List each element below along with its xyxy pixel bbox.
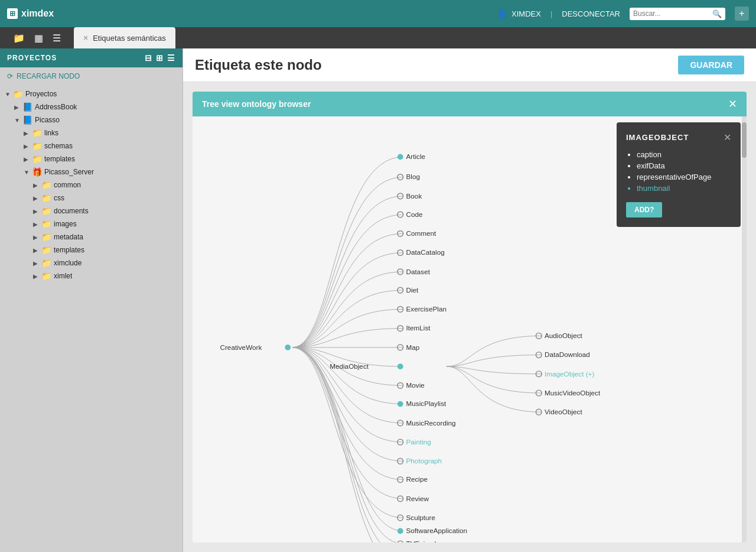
logo-icon: ⊞ — [7, 8, 18, 19]
semantic-tags-tab[interactable]: × Etiquetas semánticas — [74, 27, 175, 48]
app-logo: ⊞ ximdex — [7, 8, 54, 19]
list-view-icon[interactable]: ☰ — [49, 30, 64, 46]
save-button[interactable]: GUARDAR — [678, 56, 744, 74]
sidebar-icon-2[interactable]: ⊞ — [156, 53, 164, 63]
tree-label-schemas: schemas — [44, 142, 73, 150]
svg-text:DataCatalog: DataCatalog — [406, 248, 445, 256]
svg-text:Map: Map — [406, 343, 420, 351]
separator: | — [550, 9, 552, 18]
ontology-close-button[interactable]: ✕ — [728, 98, 737, 111]
svg-text:MediaObject: MediaObject — [330, 362, 369, 370]
svg-text:Review: Review — [406, 495, 429, 502]
tree-arrow-ximclude: ▶ — [33, 260, 39, 267]
tree-label-ximlet: ximlet — [54, 272, 72, 280]
tree-label-addressbook: AddressBook — [35, 103, 77, 111]
user-avatar-icon: 👤 — [497, 9, 507, 18]
grid-view-icon[interactable]: ▦ — [31, 30, 47, 46]
tree-item-picasso[interactable]: ▼ 📘 Picasso — [0, 113, 183, 126]
reload-node-button[interactable]: ⟳ RECARGAR NODO — [0, 67, 183, 85]
tree-label-proyectos: Proyectos — [25, 90, 57, 98]
tree-label-ximclude: ximclude — [54, 259, 82, 267]
book-icon-addressbook: 📘 — [22, 102, 32, 112]
tree-item-documents[interactable]: ▶ 📁 documents — [0, 204, 183, 217]
tree-arrow-images: ▶ — [33, 221, 39, 228]
ontology-browser-header: Tree view ontology browser ✕ — [193, 92, 747, 116]
sidebar-icon-1[interactable]: ⊟ — [145, 53, 152, 63]
svg-text:Recipe: Recipe — [406, 475, 428, 483]
scrollbar[interactable] — [742, 116, 747, 543]
tree-arrow-picasso: ▼ — [14, 117, 20, 124]
svg-text:ImageObject (+): ImageObject (+) — [545, 370, 594, 378]
sidebar-icon-3[interactable]: ☰ — [167, 53, 175, 63]
imageobject-popup-header: IMAGEOBJECT ✕ — [626, 132, 731, 143]
tree-arrow-ximlet: ▶ — [33, 273, 39, 280]
disconnect-button[interactable]: DESCONECTAR — [562, 9, 620, 18]
folder-icon-images: 📁 — [41, 219, 51, 229]
folder-icon-schemas: 📁 — [32, 141, 42, 151]
tabbar: 📁 ▦ ☰ × Etiquetas semánticas — [0, 27, 756, 48]
tree-item-metadata[interactable]: ▶ 📁 metadata — [0, 230, 183, 243]
svg-text:MusicPlaylist: MusicPlaylist — [406, 400, 447, 407]
tree-item-picasso-server[interactable]: ▼ 🎁 Picasso_Server — [0, 165, 183, 178]
folder-view-icon[interactable]: 📁 — [9, 30, 28, 46]
tree-item-common[interactable]: ▶ 📁 common — [0, 178, 183, 191]
imageobject-title: IMAGEOBJECT — [626, 133, 689, 142]
svg-text:Code: Code — [406, 210, 423, 218]
username: XIMDEX — [511, 9, 541, 18]
logo-text: ximdex — [21, 8, 54, 19]
svg-text:Painting: Painting — [406, 438, 431, 446]
tree-label-css: css — [54, 194, 64, 202]
scrollbar-thumb[interactable] — [742, 122, 747, 158]
tree-view-container: Tree view ontology browser ✕ — [183, 82, 756, 552]
svg-text:Book: Book — [406, 192, 422, 200]
svg-text:AudioObject: AudioObject — [545, 332, 583, 339]
tree-item-proyectos[interactable]: ▼ 📁 Proyectos — [0, 87, 183, 100]
ontology-browser: Tree view ontology browser ✕ — [193, 92, 747, 543]
tree-item-links[interactable]: ▶ 📁 links — [0, 126, 183, 139]
add-button[interactable]: + — [735, 7, 749, 21]
svg-text:Article: Article — [406, 152, 426, 160]
svg-text:DataDownload: DataDownload — [545, 350, 590, 358]
tree-item-images[interactable]: ▶ 📁 images — [0, 217, 183, 230]
folder-icon-ximclude: 📁 — [41, 258, 51, 268]
svg-text:Sculpture: Sculpture — [406, 514, 436, 521]
tree-item-addressbook[interactable]: ▶ 📘 AddressBook — [0, 100, 183, 113]
property-thumbnail: thumbnail — [637, 184, 731, 193]
main-layout: PROYECTOS ⊟ ⊞ ☰ ⟳ RECARGAR NODO ▼ 📁 Proy… — [0, 48, 756, 552]
content-area: Etiqueta este nodo GUARDAR Tree view ont… — [183, 48, 756, 552]
sidebar: PROYECTOS ⊟ ⊞ ☰ ⟳ RECARGAR NODO ▼ 📁 Proy… — [0, 48, 183, 552]
tree-arrow-css: ▶ — [33, 195, 39, 202]
folder-icon-proyectos: 📁 — [13, 89, 23, 99]
tree-item-templates-server[interactable]: ▶ 📁 templates — [0, 243, 183, 256]
tree-item-schemas[interactable]: ▶ 📁 schemas — [0, 139, 183, 152]
gift-icon-picasso-server: 🎁 — [32, 167, 42, 177]
svg-text:Diet: Diet — [406, 286, 419, 294]
svg-point-28 — [397, 401, 403, 407]
folder-icon-templates-server: 📁 — [41, 245, 51, 255]
tree-item-ximclude[interactable]: ▶ 📁 ximclude — [0, 256, 183, 269]
folder-icon-ximlet: 📁 — [41, 271, 51, 281]
svg-point-0 — [285, 345, 291, 350]
tree-arrow-metadata: ▶ — [33, 234, 39, 241]
svg-text:MusicVideoObject: MusicVideoObject — [545, 389, 601, 397]
tab-icons: 📁 ▦ ☰ — [5, 27, 69, 48]
topbar: ⊞ ximdex 👤 XIMDEX | DESCONECTAR 🔍 + — [0, 0, 756, 27]
tree-item-ximlet[interactable]: ▶ 📁 ximlet — [0, 269, 183, 283]
tree-label-common: common — [54, 181, 81, 189]
tree-arrow-documents: ▶ — [33, 208, 39, 215]
folder-icon-links: 📁 — [32, 128, 42, 138]
imageobject-popup: IMAGEOBJECT ✕ caption exifData represent… — [617, 122, 741, 227]
tree-item-templates-picasso[interactable]: ▶ 📁 templates — [0, 152, 183, 165]
search-icon[interactable]: 🔍 — [712, 9, 722, 18]
tree-item-css[interactable]: ▶ 📁 css — [0, 191, 183, 204]
folder-icon-css: 📁 — [41, 193, 51, 203]
tree-arrow-templates-server: ▶ — [33, 247, 39, 254]
svg-text:ItemList: ItemList — [406, 324, 431, 332]
tab-close-icon[interactable]: × — [83, 33, 88, 43]
imageobject-close-button[interactable]: ✕ — [724, 132, 731, 143]
tree-label-metadata: metadata — [54, 233, 83, 241]
sidebar-header: PROYECTOS ⊟ ⊞ ☰ — [0, 48, 183, 67]
add-property-button[interactable]: ADD? — [626, 202, 662, 217]
search-input[interactable] — [633, 9, 710, 18]
tree-label-picasso: Picasso — [35, 116, 60, 124]
